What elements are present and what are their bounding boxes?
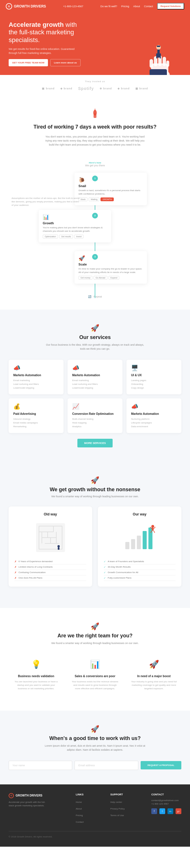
service-item-1-0: Email marketing <box>72 378 118 382</box>
our-way-item-0: A team of Founders and Specialists <box>104 559 175 564</box>
svg-rect-36 <box>143 531 147 549</box>
services-icon: 🚀 <box>9 324 181 332</box>
footer-link-1-2[interactable]: Terms of Use <box>110 814 124 817</box>
service-items-5: Nurturing platform Lifecycle campaigns D… <box>131 417 177 428</box>
tired-icon <box>89 107 101 119</box>
svg-marker-17 <box>94 108 96 111</box>
footer-brand-name: GROWTH DRIVERS <box>16 794 43 797</box>
nav-cta-button[interactable]: Request Solutions <box>157 3 184 9</box>
service-icon-5: 📣 <box>131 403 177 410</box>
more-services-button[interactable]: MORE SERVICES <box>77 439 113 447</box>
hero-content: Accelerate growth with the full-stack ma… <box>9 21 84 75</box>
scale-tag-1: Go Abroad <box>93 276 107 280</box>
services-section: 🚀 Our services Our focus business is the… <box>0 310 190 462</box>
footer-link-0-2[interactable]: Pricing <box>76 814 83 817</box>
repeat-icon: 🔄 <box>88 295 91 298</box>
right-team-grid: 💡 Business needs validation You are laun… <box>9 654 181 696</box>
footer-col-0-links: Home About Pricing Contact <box>76 799 84 824</box>
svg-rect-14 <box>159 40 161 42</box>
right-team-card-title-1: Sales & conversions are poor <box>72 675 118 678</box>
growth-tags: Optimization Get results Invest <box>43 235 107 239</box>
timeline-dot-1: 1 <box>92 176 98 181</box>
old-way-item-2: Confusing Communication <box>15 570 86 576</box>
timeline-card-growth: 📊 Growth You're making plans but you don… <box>39 210 111 243</box>
growth-tag-0: Optimization <box>43 235 58 239</box>
footer-link-0-3[interactable]: Contact <box>76 821 84 823</box>
timeline-card-scale: 🚀 Scale It's time to make your company t… <box>75 251 147 284</box>
hero-subtitle: We get results for fixed-fee online educ… <box>9 47 84 55</box>
logo-5: ◈ brand <box>117 87 130 90</box>
footer-link-0-0[interactable]: Home <box>76 801 82 803</box>
right-team-card-0: 💡 Business needs validation You are laun… <box>9 654 63 696</box>
social-twitter[interactable]: t <box>159 808 165 814</box>
right-team-icon-2: 🚀 <box>148 659 160 671</box>
service-card-3: 💰 Paid Advertising Inbound strategy Emai… <box>9 398 63 433</box>
nav-link-about[interactable]: About <box>133 5 140 8</box>
right-team-card-2: 🚀 In need of a major boost Your industry… <box>127 654 181 696</box>
hero-secondary-button[interactable]: Learn more about us <box>50 59 81 66</box>
footer-link-1-0[interactable]: Help center <box>110 801 122 803</box>
right-team-icon: 🚀 <box>9 622 181 630</box>
footer: G GROWTH DRIVERS Accelerate your growth … <box>0 784 190 847</box>
footer-copyright: © 2018 Growth Drivers. All rights reserv… <box>9 835 53 838</box>
snail-left-content: Assumptions are the mother of all mess-u… <box>9 196 81 207</box>
hero-illustration <box>135 29 181 75</box>
hero-primary-button[interactable]: GET YOUR FREE TEAM NOW <box>9 59 48 66</box>
hero-title-bold: Accelerate growth <box>9 21 64 28</box>
service-item-5-0: Nurturing platform <box>131 417 177 421</box>
when-email-input[interactable] <box>75 761 138 770</box>
footer-brand-logo: G GROWTH DRIVERS <box>9 793 49 798</box>
hero-title: Accelerate growth with the full-stack ma… <box>9 21 84 44</box>
footer-col-1-links: Help center Privacy Policy Terms of Use <box>110 799 125 817</box>
svg-point-38 <box>151 525 154 528</box>
service-item-2-2: Copy design <box>131 386 177 390</box>
ways-icon: 🚀 <box>9 476 181 484</box>
svg-rect-2 <box>150 59 153 68</box>
timeline-step-3: 3 🚀 Scale It's time to make your company… <box>9 251 181 284</box>
svg-rect-10 <box>160 53 161 59</box>
timeline-dot-3: 3 <box>92 254 98 260</box>
old-way-item-0: 6 Years of Experience demanded <box>15 559 86 564</box>
social-facebook[interactable]: f <box>151 808 157 814</box>
nav-link-pricing[interactable]: Pricing <box>121 5 129 8</box>
svg-rect-33 <box>125 542 129 549</box>
our-way-title: Our way <box>104 512 175 516</box>
when-cta-button[interactable]: REQUEST A PROPOSAL <box>141 761 181 769</box>
footer-col-1: SUPPORT Help center Privacy Policy Terms… <box>110 793 125 825</box>
service-title-1: Marketo Automation <box>72 374 118 377</box>
our-way-item-3: Fully-customised Plans <box>104 576 175 581</box>
service-item-4-1: Heat mapping <box>72 421 118 425</box>
when-header: 🚀 When's a good time to work with us? Lo… <box>9 725 181 752</box>
svg-rect-34 <box>131 539 135 549</box>
service-title-5: Marketo Automation <box>131 412 177 415</box>
service-item-5-1: Lifecycle campaigns <box>131 421 177 425</box>
footer-link-1-1[interactable]: Privacy Policy <box>110 807 125 810</box>
timeline-step-2: 2 📊 Growth You're making plans but you d… <box>9 210 181 243</box>
social-linkedin[interactable]: in <box>167 808 173 814</box>
footer-col-0-title: LINKS <box>76 793 84 796</box>
svg-rect-35 <box>137 536 141 549</box>
right-team-card-1: 📊 Sales & conversions are poor Your busi… <box>67 654 123 696</box>
nav-link-contact[interactable]: Contact <box>144 5 153 8</box>
when-name-input[interactable] <box>9 761 72 770</box>
social-google[interactable]: g+ <box>175 808 181 814</box>
brand-logo: G GROWTH DRIVERS <box>6 3 46 9</box>
trusted-section: They trusted us ▣ brand ◈ brand Spotify … <box>0 75 190 96</box>
service-item-0-0: Email marketing <box>13 378 59 382</box>
ways-subtitle: We found a smarter way of working throug… <box>9 495 181 498</box>
old-way-illustration <box>15 520 86 555</box>
old-way-card: Old way <box>9 506 92 587</box>
right-team-card-text-0: You are launched your business or have a… <box>13 680 59 690</box>
timeline-dot-2: 2 <box>92 213 98 218</box>
service-icon-3: 💰 <box>13 403 59 410</box>
services-grid: 📣 Marketo Automation Email marketing Lea… <box>9 360 181 433</box>
right-team-card-title-0: Business needs validation <box>13 675 59 678</box>
service-item-3-1: Email media campaigns <box>13 421 59 425</box>
service-title-0: Marketo Automation <box>13 374 59 377</box>
footer-link-0-1[interactable]: About <box>76 807 82 810</box>
scale-tags: Get money Go Abroad Expand <box>79 276 143 280</box>
scale-tag-2: Expand <box>109 276 119 280</box>
nav-link-fitwell[interactable]: Do we fit well? <box>101 5 117 8</box>
footer-social: f t in g+ <box>151 808 181 814</box>
when-icon: 🚀 <box>9 725 181 733</box>
